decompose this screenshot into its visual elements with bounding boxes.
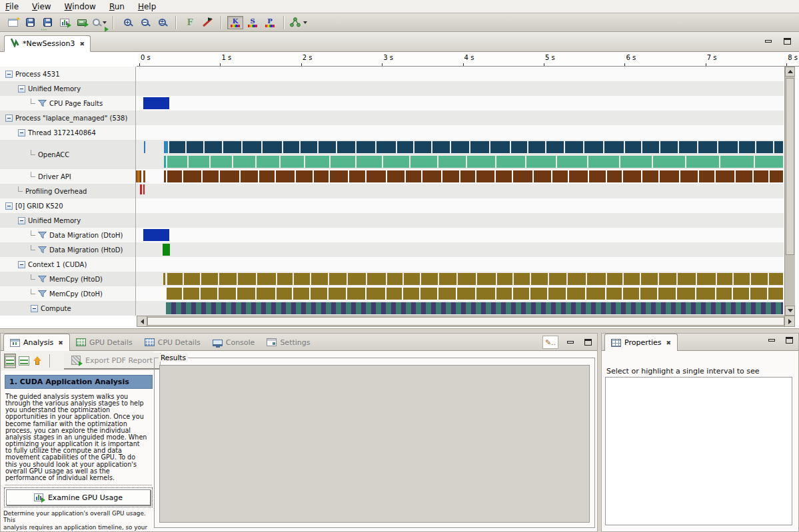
timeline-interval[interactable] [164, 156, 166, 168]
expander-minus-icon[interactable] [18, 261, 25, 268]
timeline-interval[interactable] [377, 141, 396, 153]
timeline-interval[interactable] [623, 288, 639, 300]
timeline-interval[interactable] [471, 302, 476, 314]
timeline-interval[interactable] [171, 302, 176, 314]
timeline-interval[interactable] [548, 288, 566, 300]
timeline-interval[interactable] [607, 273, 622, 285]
tab-cpu-details[interactable]: CPU Details [139, 334, 207, 350]
timeline-interval[interactable] [513, 288, 529, 300]
row-label-cpu-page-faults[interactable]: CPU Page Faults [0, 96, 136, 111]
timeline-interval[interactable] [781, 302, 783, 314]
timeline-interval[interactable] [176, 302, 181, 314]
timeline-interval[interactable] [164, 170, 166, 182]
timeline-interval[interactable] [642, 170, 658, 182]
tab-analysis[interactable]: Analysis✖ [3, 334, 70, 351]
timeline-interval[interactable] [163, 273, 165, 285]
timeline-interval[interactable] [181, 302, 186, 314]
timeline-interval[interactable] [656, 302, 661, 314]
row-label-compute[interactable]: Compute [0, 301, 136, 316]
row-label-openacc[interactable]: OpenACC [0, 140, 136, 169]
timeline-interval[interactable] [557, 156, 587, 168]
timeline-interval[interactable] [186, 302, 191, 314]
timeline-interval[interactable] [314, 170, 329, 182]
kernel-k-icon[interactable]: K [227, 15, 243, 31]
timeline-interval[interactable] [701, 302, 706, 314]
timeline-interval[interactable] [263, 141, 282, 153]
vertical-scroll-thumb[interactable] [786, 78, 794, 255]
timeline-interval[interactable] [438, 288, 456, 300]
timeline-interval[interactable] [641, 302, 646, 314]
timeline-interval[interactable] [357, 156, 382, 168]
timeline-interval[interactable] [513, 170, 532, 182]
timeline-interval[interactable] [241, 302, 246, 314]
timeline-interval[interactable] [296, 170, 313, 182]
timeline-interval[interactable] [490, 141, 510, 153]
timeline-interval[interactable] [361, 302, 366, 314]
timeline-interval[interactable] [546, 141, 564, 153]
timeline-interval[interactable] [216, 302, 221, 314]
timeline-interval[interactable] [143, 229, 169, 241]
timeline-interval[interactable] [196, 302, 201, 314]
timeline-interval[interactable] [711, 302, 716, 314]
timeline-interval[interactable] [431, 302, 436, 314]
timeline-interval[interactable] [446, 302, 451, 314]
timeline-interval[interactable] [166, 302, 171, 314]
timeline-interval[interactable] [679, 141, 697, 153]
timeline-interval[interactable] [403, 288, 419, 300]
timeline-interval[interactable] [691, 302, 696, 314]
timeline-interval[interactable] [607, 170, 622, 182]
timeline-interval[interactable] [311, 288, 327, 300]
timeline-interval[interactable] [526, 302, 531, 314]
timeline-interval[interactable] [341, 302, 346, 314]
timeline-interval[interactable] [651, 302, 656, 314]
timeline-interval[interactable] [486, 302, 491, 314]
timeline-interval[interactable] [201, 302, 206, 314]
timeline-interval[interactable] [754, 170, 768, 182]
timeline-interval[interactable] [187, 141, 203, 153]
timeline-interval[interactable] [406, 170, 421, 182]
timeline-interval[interactable] [716, 288, 732, 300]
timeline-interval[interactable] [420, 288, 437, 300]
timeline-interval[interactable] [259, 170, 275, 182]
timeline-interval[interactable] [476, 170, 494, 182]
timeline-interval[interactable] [696, 288, 715, 300]
expander-minus-icon[interactable] [18, 217, 25, 224]
timeline-interval[interactable] [261, 302, 266, 314]
timeline-interval[interactable] [411, 302, 416, 314]
timeline-interval[interactable] [223, 141, 241, 153]
timeline-interval[interactable] [397, 141, 413, 153]
filter-funnel-icon[interactable] [38, 276, 47, 283]
timeline-interval[interactable] [221, 302, 226, 314]
timeline-interval[interactable] [761, 302, 766, 314]
filter-funnel-icon[interactable] [38, 232, 47, 239]
unguided-analysis-list-icon[interactable] [18, 354, 30, 368]
timeline-interval[interactable] [776, 302, 781, 314]
timeline-interval[interactable] [733, 288, 749, 300]
tab-console[interactable]: Console [207, 334, 261, 350]
timeline-interval[interactable] [561, 302, 566, 314]
timeline-interval[interactable] [136, 170, 141, 182]
timeline-interval[interactable] [521, 302, 526, 314]
timeline-interval[interactable] [571, 302, 576, 314]
timeline-interval[interactable] [257, 288, 275, 300]
timeline-interval[interactable] [661, 302, 666, 314]
stream-s-icon[interactable]: S [245, 15, 261, 31]
timeline-interval[interactable] [457, 288, 475, 300]
vertical-scrollbar[interactable] [784, 67, 795, 316]
timeline-interval[interactable] [467, 156, 495, 168]
timeline-interval[interactable] [410, 156, 437, 168]
expander-minus-icon[interactable] [5, 115, 13, 122]
timeline-interval[interactable] [191, 302, 196, 314]
timeline-interval[interactable] [211, 156, 232, 168]
horizontal-scrollbar[interactable] [137, 316, 795, 327]
timeline-interval[interactable] [140, 184, 142, 194]
timeline-interval[interactable] [296, 302, 301, 314]
timeline-interval[interactable] [496, 170, 512, 182]
timeline-interval[interactable] [531, 273, 548, 285]
timeline-interval[interactable] [565, 141, 583, 153]
timeline-interval[interactable] [219, 288, 236, 300]
timeline-interval[interactable] [526, 156, 556, 168]
timeline-interval[interactable] [771, 302, 776, 314]
timeline-interval[interactable] [286, 302, 291, 314]
expander-minus-icon[interactable] [18, 85, 25, 93]
